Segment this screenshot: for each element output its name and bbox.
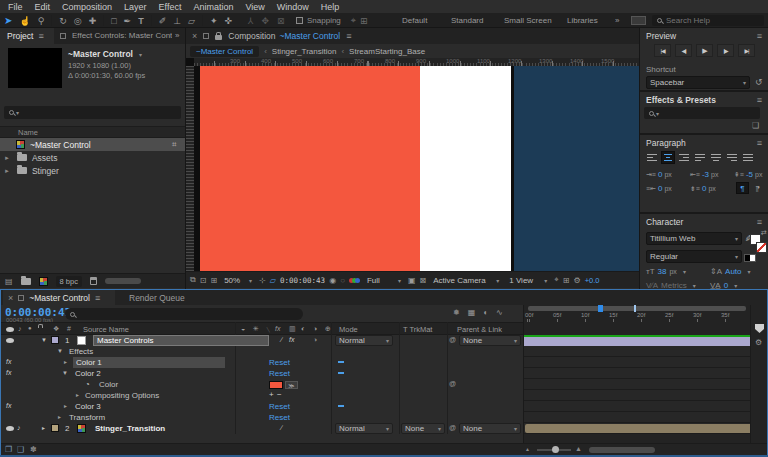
parent-pickwhip-icon[interactable]: @	[449, 424, 456, 431]
font-style-dropdown[interactable]: Regular▾	[646, 250, 742, 263]
workspace-default[interactable]: Default	[402, 16, 427, 25]
add-icon[interactable]: +	[269, 390, 274, 399]
expression-toggle-icon[interactable]: ≫	[285, 381, 298, 389]
indent-left-value[interactable]: 0	[658, 170, 662, 179]
type-tool-icon[interactable]: T	[138, 16, 144, 26]
space-after-field[interactable]: ⇟≡ 0 px	[690, 184, 716, 193]
quality-switch-icon[interactable]: ∕	[281, 424, 282, 431]
visibility-eye-icon[interactable]	[6, 426, 14, 431]
blend-mode-dropdown[interactable]: Normal▾	[335, 335, 393, 346]
workspace-standard[interactable]: Standard	[451, 16, 483, 25]
close-icon[interactable]: ×	[192, 31, 197, 41]
new-folder-icon[interactable]	[21, 278, 31, 285]
pen-tool-icon[interactable]: ✒	[124, 16, 132, 26]
mask-visibility-icon[interactable]: ⊹	[259, 276, 266, 285]
draft-3d-icon[interactable]: ▦	[468, 308, 476, 317]
fast-previews-icon[interactable]: ⊞	[563, 276, 570, 285]
track-area[interactable]	[524, 322, 750, 443]
reset-link[interactable]: Reset	[269, 413, 290, 422]
chevron-down-icon[interactable]: ▾	[734, 282, 737, 289]
resolution-dropdown[interactable]: Full▾	[364, 274, 404, 286]
fx-badge-icon[interactable]: fx	[6, 402, 11, 409]
comp-tab-stinger-transition[interactable]: Stinger_Transition	[272, 47, 337, 56]
fx-badge-icon[interactable]: fx	[289, 336, 294, 343]
swap-fill-stroke-icon[interactable]: ⇄	[761, 229, 767, 237]
parent-link-column[interactable]: Parent & Link	[457, 325, 502, 334]
eraser-tool-icon[interactable]: ▱	[188, 16, 195, 26]
interpret-footage-icon[interactable]: ▤	[5, 277, 13, 286]
pan-behind-tool-icon[interactable]: ✚	[89, 16, 97, 26]
panel-menu-icon[interactable]: ≡	[757, 31, 762, 41]
menu-view[interactable]: View	[239, 2, 270, 12]
expander-icon[interactable]: ►	[63, 403, 68, 409]
workspace-libraries[interactable]: Libraries	[567, 16, 598, 25]
indent-left-field[interactable]: ⇥≡ 0 px	[646, 170, 672, 179]
graph-editor-icon[interactable]: ∿	[496, 308, 503, 317]
project-comp-name[interactable]: ~Master Control	[68, 49, 133, 59]
pixel-aspect-icon[interactable]: ⌖	[554, 275, 559, 285]
roto-brush-tool-icon[interactable]: ✦	[210, 16, 218, 26]
comp-viewer[interactable]: 300 400 500 600 700 800 900 1000 1100 12…	[186, 58, 639, 271]
font-size-value[interactable]: 38	[658, 267, 667, 276]
time-marker-secondary[interactable]	[634, 305, 636, 312]
menu-animation[interactable]: Animation	[187, 2, 239, 12]
parent-dropdown[interactable]: None▾	[459, 423, 521, 434]
stroke-color-swatch[interactable]	[756, 242, 767, 253]
tab-project[interactable]: Project ≡	[0, 28, 54, 44]
exposure-value[interactable]: +0.0	[585, 276, 600, 285]
region-of-interest-icon[interactable]: ▱	[270, 276, 276, 285]
effects-presets-search[interactable]: ▾	[644, 107, 760, 119]
timeline-tab-master-control[interactable]: × ~Master Control ≡	[3, 290, 115, 305]
snapping-checkbox[interactable]	[296, 17, 303, 24]
panel-menu-icon[interactable]: ≡	[95, 293, 100, 303]
justify-last-right-button[interactable]	[725, 151, 739, 164]
menu-layer[interactable]: Layer	[118, 2, 153, 12]
toggle-layer-switches-icon[interactable]: ❐	[5, 445, 12, 454]
reset-link[interactable]: Reset	[269, 369, 290, 378]
fx-badge-icon[interactable]: fx	[6, 358, 11, 365]
help-search[interactable]	[652, 15, 764, 26]
leading-field[interactable]: ⇕A Auto ▾	[710, 267, 751, 276]
default-fill-stroke-icon[interactable]	[744, 254, 756, 262]
timeline-search-input[interactable]	[79, 310, 298, 319]
reset-link[interactable]: Reset	[269, 402, 290, 411]
comp-tab-master-control[interactable]: ~Master Control	[190, 46, 259, 57]
timeline-zoom-slider-knob[interactable]	[552, 446, 559, 453]
show-snapshot-icon[interactable]: ○	[340, 276, 345, 285]
mini-flowchart-icon[interactable]: ⌗	[172, 140, 177, 150]
first-line-indent-field[interactable]: ⇞≡ -5 px	[734, 170, 762, 179]
expander-icon[interactable]: ►	[41, 425, 46, 431]
comp-tab-streamstarting-base[interactable]: StreamStarting_Base	[349, 47, 425, 56]
workspace-overflow-chevron[interactable]: »	[615, 16, 619, 25]
color-value-swatch[interactable]	[269, 381, 283, 389]
first-line-indent-value[interactable]: -5	[746, 170, 753, 179]
next-frame-button[interactable]: |▶	[717, 44, 734, 57]
source-name-column[interactable]: Source Name	[83, 325, 129, 334]
timeline-button-icon[interactable]: ⚙	[573, 276, 580, 285]
expander-icon[interactable]: ►	[4, 168, 10, 174]
snap-grid-icon[interactable]: ⊞	[360, 16, 368, 26]
magnification-icon[interactable]: ⊡	[200, 276, 207, 285]
viewer-timecode[interactable]: 0:00:00:43	[280, 276, 325, 285]
project-bpc[interactable]: 8 bpc	[56, 276, 82, 287]
layer-row-master-controls[interactable]: ▼ 1 Master Controls ∕ fx ◑ Normal▾ @ Non…	[1, 335, 523, 346]
time-ruler-area[interactable]: 00f 05f 10f 15f 20f 25f 30f 35f	[524, 305, 750, 322]
rotation-tool-icon[interactable]: ↻	[59, 16, 67, 26]
composition-mini-flowchart-icon[interactable]: ❅	[453, 308, 460, 317]
space-before-value[interactable]: -3	[702, 170, 709, 179]
layer-name-box[interactable]: Master Controls	[93, 335, 269, 346]
effect-row-color3[interactable]: fx ► Color 3 Reset	[1, 401, 523, 412]
layer2-duration-bar[interactable]	[525, 424, 750, 433]
comp-settings-gear-icon[interactable]: ⚙	[755, 338, 762, 347]
paragraph-panel-title[interactable]: Paragraph	[646, 138, 686, 148]
new-composition-icon[interactable]	[39, 277, 48, 286]
property-pickwhip-icon[interactable]: @	[449, 380, 456, 387]
expander-icon[interactable]: ▼	[62, 370, 68, 376]
solid-swatch[interactable]	[77, 336, 86, 345]
timeline-horizontal-scrollbar[interactable]	[589, 447, 655, 453]
text-direction-rtl-button[interactable]: ¶	[751, 182, 764, 194]
expander-icon[interactable]: ►	[75, 392, 80, 398]
indent-right-value[interactable]: 0	[658, 184, 662, 193]
always-preview-icon[interactable]: ⧉	[190, 275, 196, 285]
align-center-button[interactable]	[661, 151, 675, 164]
